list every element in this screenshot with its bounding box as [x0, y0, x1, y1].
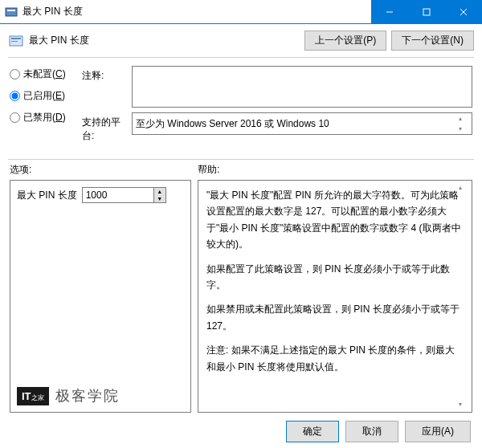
header-row: 最大 PIN 长度 上一个设置(P) 下一个设置(N): [0, 24, 482, 57]
help-paragraph: "最大 PIN 长度"配置 PIN 所允许的最大字符数。可为此策略设置配置的最大…: [206, 187, 464, 253]
watermark-badge: IT之家: [17, 387, 49, 405]
pin-length-input[interactable]: [83, 188, 153, 202]
pin-length-spinner[interactable]: ▲ ▼: [82, 187, 166, 203]
next-setting-button[interactable]: 下一个设置(N): [391, 31, 474, 51]
spinner-up-icon[interactable]: ▲: [154, 188, 165, 195]
svg-rect-3: [423, 9, 430, 15]
platform-label: 支持的平台:: [82, 112, 132, 143]
radio-enabled[interactable]: 已启用(E): [10, 89, 72, 103]
spinner-down-icon[interactable]: ▼: [154, 195, 165, 202]
apply-button[interactable]: 应用(A): [405, 421, 471, 442]
pin-length-label: 最大 PIN 长度: [17, 189, 77, 202]
comment-label: 注释:: [82, 66, 132, 83]
options-section-label: 选项:: [10, 163, 198, 177]
watermark: IT之家 极客学院: [17, 386, 120, 405]
svg-rect-0: [6, 8, 17, 16]
svg-rect-8: [11, 41, 18, 42]
svg-rect-1: [7, 10, 15, 11]
maximize-button[interactable]: [408, 0, 445, 24]
window-controls: [371, 0, 482, 24]
svg-rect-7: [11, 38, 21, 39]
radio-disabled[interactable]: 已禁用(D): [10, 111, 72, 124]
app-icon: [5, 6, 18, 18]
minimize-button[interactable]: [371, 0, 408, 24]
radio-not-configured[interactable]: 未配置(C): [10, 67, 72, 81]
footer: 确定 取消 应用(A): [0, 413, 482, 448]
close-button[interactable]: [445, 0, 482, 24]
titlebar-text: 最大 PIN 长度: [22, 5, 371, 18]
state-radio-group: 未配置(C) 已启用(E) 已禁用(D): [10, 66, 72, 148]
platform-value: 至少为 Windows Server 2016 或 Windows 10 ▴▾: [132, 112, 472, 135]
prev-setting-button[interactable]: 上一个设置(P): [304, 31, 386, 51]
help-paragraph: 注意: 如果不满足上述指定的最大 PIN 长度的条件，则最大和最小 PIN 长度…: [206, 342, 464, 375]
help-paragraph: 如果配置了此策略设置，则 PIN 长度必须小于或等于此数字。: [206, 261, 464, 294]
comment-input[interactable]: [132, 66, 472, 108]
help-paragraph: 如果禁用或未配置此策略设置，则 PIN 长度必须小于或等于 127。: [206, 301, 464, 334]
page-title: 最大 PIN 长度: [29, 34, 89, 47]
watermark-text: 极客学院: [55, 386, 120, 405]
options-panel: 最大 PIN 长度 ▲ ▼ IT之家 极客学院: [10, 180, 191, 413]
help-section-label: 帮助:: [198, 163, 472, 177]
policy-icon: [8, 33, 24, 49]
help-panel: "最大 PIN 长度"配置 PIN 所允许的最大字符数。可为此策略设置配置的最大…: [198, 180, 472, 413]
ok-button[interactable]: 确定: [286, 421, 339, 442]
cancel-button[interactable]: 取消: [345, 421, 398, 442]
titlebar: 最大 PIN 长度: [0, 0, 482, 24]
